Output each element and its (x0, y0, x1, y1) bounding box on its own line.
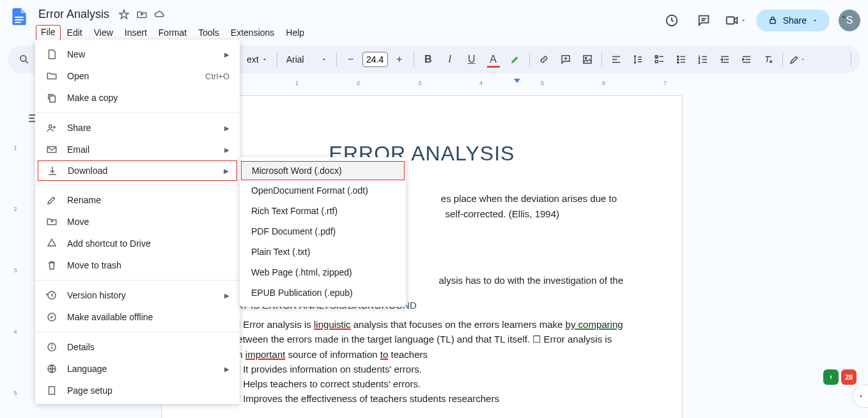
page-setup-icon (45, 384, 58, 397)
menu-move[interactable]: Move (35, 211, 240, 233)
indent-decrease-icon[interactable] (715, 49, 735, 70)
doc-list-item: ☐ It provides information on students' e… (232, 362, 623, 376)
menu-page-setup[interactable]: Page setup (35, 380, 240, 401)
doc-list-item: ☐ Improves the effectiveness of teachers… (232, 391, 623, 406)
menu-make-copy[interactable]: Make a copy (35, 87, 240, 109)
docs-logo[interactable] (8, 5, 31, 28)
svg-rect-22 (655, 61, 658, 63)
download-html[interactable]: Web Page (.html, zipped) (240, 262, 406, 283)
menu-version-history[interactable]: Version history▶ (35, 284, 240, 306)
increase-font-icon[interactable]: + (389, 49, 410, 70)
menu-new[interactable]: New▶ (35, 43, 240, 65)
menubar: File Edit View Insert Format Tools Exten… (36, 24, 655, 42)
trash-icon (45, 259, 58, 272)
history-icon[interactable] (660, 9, 683, 32)
style-select[interactable]: ext (242, 52, 273, 67)
offline-icon (45, 311, 58, 323)
menu-add-shortcut[interactable]: Add shortcut to Drive (35, 233, 240, 254)
download-pdf[interactable]: PDF Document (.pdf) (240, 221, 406, 242)
menu-insert[interactable]: Insert (120, 25, 152, 40)
drive-shortcut-icon (45, 237, 58, 250)
copy-icon (45, 91, 58, 104)
menu-format[interactable]: Format (153, 25, 192, 40)
menu-share[interactable]: Share▶ (35, 117, 240, 139)
share-label: Share (783, 15, 807, 26)
share-button[interactable]: Share (756, 10, 830, 31)
highlight-icon[interactable] (505, 49, 525, 70)
bold-icon[interactable]: B (418, 49, 438, 70)
download-txt[interactable]: Plain Text (.txt) (240, 242, 406, 262)
svg-rect-0 (15, 17, 23, 18)
menu-open[interactable]: OpenCtrl+O (35, 65, 240, 87)
download-icon (46, 164, 59, 177)
indent-increase-icon[interactable] (736, 49, 757, 70)
italic-icon[interactable]: I (440, 49, 460, 70)
svg-rect-12 (584, 56, 591, 63)
search-icon[interactable] (14, 49, 35, 70)
menu-file[interactable]: File (36, 25, 61, 40)
download-odt[interactable]: OpenDocument Format (.odt) (240, 180, 406, 201)
svg-rect-45 (50, 96, 55, 102)
document-icon (45, 48, 58, 61)
menu-download[interactable]: Download▶ (38, 160, 237, 181)
menu-edit[interactable]: Edit (62, 25, 88, 40)
svg-rect-1 (15, 19, 23, 20)
file-dropdown: New▶ OpenCtrl+O Make a copy Share▶ Email… (35, 40, 240, 404)
folder-icon (45, 70, 58, 82)
editing-mode-icon[interactable] (787, 49, 807, 70)
svg-point-28 (677, 61, 678, 63)
svg-rect-7 (770, 20, 775, 24)
menu-email[interactable]: Email▶ (35, 139, 240, 160)
link-icon[interactable] (534, 49, 554, 70)
download-rtf[interactable]: Rich Text Format (.rtf) (240, 201, 406, 221)
svg-point-52 (52, 345, 52, 346)
menu-print[interactable]: PrintCtrl+P (35, 401, 240, 404)
ruler-marker[interactable] (514, 79, 520, 83)
clear-format-icon[interactable] (758, 49, 779, 70)
menu-extensions[interactable]: Extensions (226, 25, 279, 40)
menu-help[interactable]: Help (281, 25, 309, 40)
menu-rename[interactable]: Rename (35, 189, 240, 211)
line-spacing-icon[interactable] (628, 49, 648, 70)
comments-icon[interactable] (692, 9, 715, 32)
decrease-font-icon[interactable]: − (341, 49, 361, 70)
doc-list-item: ☐ Error analysis is linguistic analysis … (232, 317, 623, 362)
font-size-input[interactable] (362, 52, 388, 67)
move-folder-icon[interactable] (136, 9, 148, 20)
badge-green[interactable] (823, 369, 839, 385)
menu-details[interactable]: Details (35, 336, 240, 358)
menu-tools[interactable]: Tools (193, 25, 224, 40)
align-icon[interactable] (606, 49, 626, 70)
rename-icon (45, 194, 58, 206)
menu-trash[interactable]: Move to trash (35, 254, 240, 276)
svg-point-26 (677, 59, 678, 60)
menu-offline[interactable]: Make available offline (35, 306, 240, 328)
menu-view[interactable]: View (89, 25, 118, 40)
email-icon (45, 143, 58, 156)
star-icon[interactable] (118, 9, 130, 20)
download-docx[interactable]: Microsoft Word (.docx) (241, 161, 405, 180)
text-color-icon[interactable]: A (483, 49, 504, 70)
bullet-list-icon[interactable] (671, 49, 692, 70)
menu-language[interactable]: Language▶ (35, 358, 240, 380)
collapse-toolbar-icon[interactable] (833, 6, 854, 27)
svg-point-24 (677, 56, 678, 57)
svg-point-46 (49, 125, 52, 128)
cloud-status-icon[interactable] (154, 9, 166, 20)
doc-list-item: ☐ Helps teachers to correct students' er… (232, 376, 623, 391)
svg-rect-6 (726, 17, 734, 24)
insert-image-icon[interactable] (577, 49, 598, 70)
numbered-list-icon[interactable]: 123 (693, 49, 713, 70)
svg-point-8 (20, 56, 26, 61)
checklist-icon[interactable] (649, 49, 670, 70)
svg-line-9 (26, 61, 28, 63)
badge-notification[interactable]: 28 (841, 369, 856, 385)
add-comment-icon[interactable] (555, 49, 576, 70)
font-select[interactable]: Arial (281, 52, 332, 67)
download-epub[interactable]: EPUB Publication (.epub) (240, 283, 406, 303)
svg-rect-54 (49, 387, 55, 394)
meet-button[interactable] (724, 9, 747, 32)
document-title[interactable]: Error Analysis (36, 6, 112, 22)
svg-point-13 (585, 58, 586, 59)
underline-icon[interactable]: U (461, 49, 482, 70)
